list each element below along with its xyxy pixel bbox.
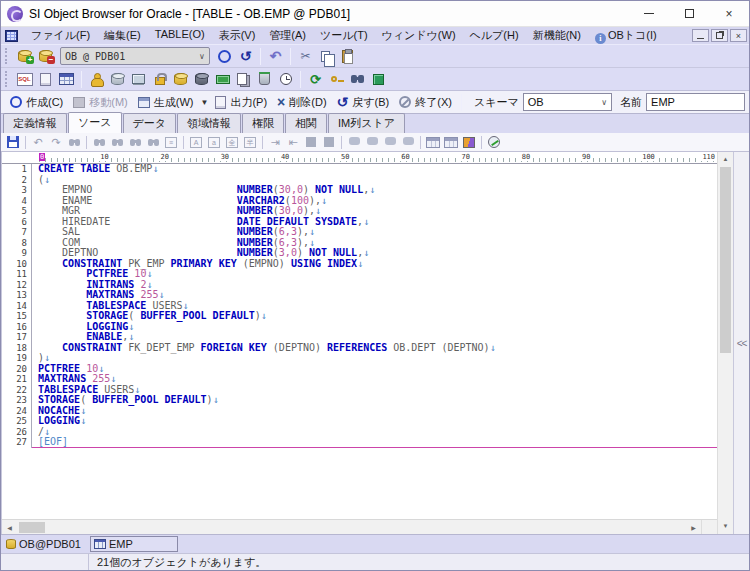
scroll-left-icon[interactable]: ◀ [2, 524, 17, 531]
menu-item-edit[interactable]: 編集(E) [97, 27, 148, 45]
rollback-segment-button[interactable] [191, 69, 212, 89]
cut-button[interactable]: ✂ [295, 46, 316, 66]
mdi-close-icon[interactable]: × [730, 29, 747, 42]
cut-special-button[interactable] [363, 134, 381, 150]
refresh-button[interactable]: ↺ [235, 46, 256, 66]
database-button[interactable] [107, 69, 128, 89]
db-disconnect-button[interactable]: − [35, 46, 56, 66]
menu-item-help[interactable]: ヘルプ(H) [463, 27, 526, 45]
tab-relations[interactable]: 相関 [285, 113, 327, 133]
code-text[interactable]: STORAGE( BUFFER_POOL DEFAULT)↓ [32, 395, 717, 406]
vscroll-thumb[interactable] [720, 167, 731, 353]
result-grid-button[interactable] [442, 134, 460, 150]
code-text[interactable]: CREATE TABLE OB.EMP↓ [32, 164, 717, 175]
conv-zenkaku-button[interactable]: 全 [223, 134, 241, 150]
conv-lower-button[interactable]: a [205, 134, 223, 150]
grid-view-button[interactable] [56, 69, 77, 89]
mdi-restore-icon[interactable] [711, 29, 728, 42]
synonym-button[interactable] [233, 69, 254, 89]
sql-editor-button[interactable]: SQL [14, 69, 35, 89]
scroll-down-icon[interactable]: ▼ [718, 519, 733, 534]
undo-button[interactable]: ↶ [265, 46, 286, 66]
generate-button[interactable]: 生成(W) [133, 94, 199, 111]
tab-definition[interactable]: 定義情報 [3, 113, 67, 133]
copy-special-button[interactable] [345, 134, 363, 150]
manual-book-button[interactable] [460, 134, 478, 150]
generate-dropdown-icon[interactable]: ▼ [201, 98, 209, 107]
hscroll-track[interactable] [17, 520, 686, 534]
stop-button[interactable] [214, 46, 235, 66]
refresh-objects-button[interactable]: ⟳ [305, 69, 326, 89]
db-connect-button[interactable]: + [14, 46, 35, 66]
tab-im-column-store[interactable]: IM列ストア [328, 113, 405, 133]
code-text[interactable]: LOGGING↓ [32, 416, 717, 427]
find-prev-button[interactable] [108, 134, 126, 150]
code-text[interactable]: /↓ [32, 427, 717, 438]
code-text[interactable]: )↓ [32, 353, 717, 364]
create-button[interactable]: 作成(C) [5, 94, 68, 111]
jump-line-button[interactable]: ≡ [162, 134, 180, 150]
uncomment-block-button[interactable] [320, 134, 338, 150]
menu-item-file[interactable]: ファイル(F) [24, 27, 97, 45]
connection-combobox[interactable]: OB @ PDB01 ∨ [60, 47, 210, 65]
delete-button[interactable]: ×削除(D) [272, 94, 331, 111]
code-text[interactable]: PCTFREE 10↓ [32, 364, 717, 375]
format-grid-button[interactable] [424, 134, 442, 150]
outdent-button[interactable]: ⇤ [284, 134, 302, 150]
menu-item-tools[interactable]: ツール(T) [313, 27, 375, 45]
hscroll-thumb[interactable] [19, 522, 45, 533]
mdi-minimize-icon[interactable] [692, 29, 709, 42]
paste-special-button[interactable] [381, 134, 399, 150]
vertical-scrollbar[interactable]: ▲ ▼ [717, 152, 733, 534]
mdi-system-icon[interactable] [5, 30, 18, 42]
menu-item-admin[interactable]: 管理(A) [262, 27, 313, 45]
script-output-button[interactable] [35, 69, 56, 89]
tab-source[interactable]: ソース [68, 112, 122, 133]
code-text[interactable]: [EOF] [32, 437, 717, 448]
minimize-icon[interactable] [629, 1, 669, 26]
session-button[interactable] [128, 69, 149, 89]
lock-button[interactable] [149, 69, 170, 89]
undo-button[interactable]: ↶ [29, 134, 47, 150]
tablespace-button[interactable] [170, 69, 191, 89]
tab-data[interactable]: データ [123, 113, 177, 133]
tab-storage[interactable]: 領域情報 [177, 113, 241, 133]
copy-button[interactable] [316, 46, 337, 66]
menu-item-window[interactable]: ウィンドウ(W) [375, 27, 463, 45]
job-clock-button[interactable] [275, 69, 296, 89]
menu-item-view[interactable]: 表示(V) [212, 27, 263, 45]
code-text[interactable]: NOCACHE↓ [32, 406, 717, 417]
find-next-button[interactable] [90, 134, 108, 150]
taskbar-item-emp-window[interactable]: EMP [90, 536, 178, 552]
vscroll-track[interactable] [718, 167, 733, 519]
grep-next-button[interactable] [144, 134, 162, 150]
indent-button[interactable]: ⇥ [266, 134, 284, 150]
redo-button[interactable]: ↷ [47, 134, 65, 150]
recycle-bin-button[interactable] [254, 69, 275, 89]
scroll-right-icon[interactable]: ▶ [686, 524, 701, 531]
find-button[interactable] [65, 134, 83, 150]
conv-hankaku-button[interactable]: 半 [241, 134, 259, 150]
maximize-icon[interactable] [669, 1, 709, 26]
side-panel-splitter[interactable]: << [733, 152, 749, 534]
output-button[interactable]: 出力(P) [210, 94, 272, 111]
menu-item-table[interactable]: TABLE(O) [148, 27, 212, 45]
conv-upper-button[interactable]: A [187, 134, 205, 150]
grep-prev-button[interactable] [126, 134, 144, 150]
horizontal-scrollbar[interactable]: ◀ ▶ [2, 519, 717, 534]
scroll-up-icon[interactable]: ▲ [718, 152, 733, 167]
delete-special-button[interactable] [399, 134, 417, 150]
code-text[interactable]: STORAGE( BUFFER_POOL DEFAULT)↓ [32, 311, 717, 322]
revert-button[interactable]: ↺戻す(B) [332, 94, 395, 111]
collapse-panel-button[interactable]: << [737, 338, 747, 349]
source-compare-button[interactable] [368, 69, 389, 89]
user-button[interactable] [86, 69, 107, 89]
schema-combobox[interactable]: OB ∨ [523, 93, 612, 111]
taskbar-item-connection[interactable]: OB@PDB01 [3, 536, 87, 552]
save-button[interactable] [4, 134, 22, 150]
source-editor[interactable]: 1CREATE TABLE OB.EMP↓2(↓3 EMPNO NUMBER(3… [2, 164, 717, 519]
close-icon[interactable]: × [709, 1, 749, 26]
code-text[interactable]: LOGGING↓ [32, 322, 717, 333]
object-search-button[interactable] [347, 69, 368, 89]
close-button[interactable]: 終了(X) [394, 94, 457, 111]
